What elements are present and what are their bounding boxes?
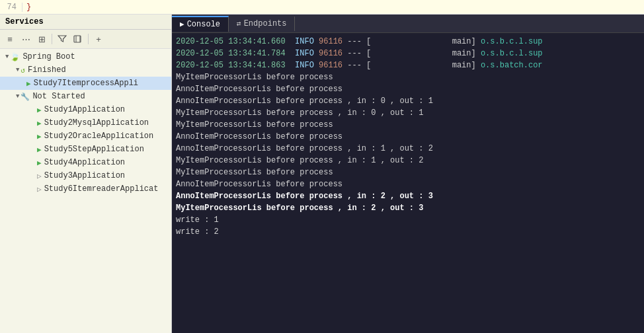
app-icon-study4: ▶ [37,159,42,167]
log-line-12: MyItemProcessorLis before process [176,166,640,178]
app-icon-study3: ▷ [37,172,42,180]
group-button[interactable]: ⋯ [19,32,33,46]
not-started-label: Not Started [32,92,85,101]
run-target-button[interactable] [71,32,85,46]
main-area: Services ≡ ⋯ ⊞ + ▼ [0,15,644,333]
add-button[interactable]: + [91,32,106,46]
code-content: } [26,3,31,12]
layout-button[interactable]: ⊞ [34,32,49,46]
tab-console[interactable]: ▶ Console [172,16,229,32]
tab-console-label: Console [187,20,220,29]
app-icon-study2oracle: ▶ [37,132,42,141]
log-line-2: 2020-12-05 13:34:41.784 INFO 96116 --- [… [176,48,640,59]
sidebar-item-study2mysql[interactable]: ▶ Study2MysqlApplication [0,116,171,130]
app-label-study5step: Study5StepApplication [44,145,144,154]
log-line-13: AnnoItemProcessorLis before process [176,178,640,190]
sidebar-item-study3[interactable]: ▷ Study3Application [0,169,171,182]
tab-bar: ▶ Console ⇄ Endpoints [172,15,644,33]
sidebar-item-study5step[interactable]: ▶ Study5StepApplication [0,143,171,156]
endpoints-icon: ⇄ [237,19,241,28]
sidebar-item-study6[interactable]: ▷ Study6ItemreaderApplicat [0,182,171,196]
app-icon-study7: ▶ [26,79,31,88]
line-number: 74 [3,3,22,12]
app-icon-study2mysql: ▶ [37,119,42,128]
console-icon: ▶ [180,20,184,28]
log-line-6: AnnoItemProcessorLis before process , in… [176,95,640,107]
sidebar-item-study7[interactable]: ▶ Study7ItemprocessAppli [0,77,171,90]
log-line-10: AnnoItemProcessorLis before process , in… [176,143,640,155]
spring-boot-label: Spring Boot [22,52,75,61]
spring-boot-icon: 🍃 [10,52,20,62]
sidebar-item-finished[interactable]: ▼ ↺ Finished [0,63,171,77]
app-label-study6: Study6ItemreaderApplicat [44,184,159,194]
console-output: 2020-12-05 13:34:41.660 INFO 96116 --- [… [172,33,644,333]
app-label-study4: Study4Application [44,158,125,167]
app-label-study3: Study3Application [44,171,125,180]
toolbar-separator [52,34,52,44]
log-line-5: AnnoItemProcessorLis before process [176,83,640,95]
tab-endpoints[interactable]: ⇄ Endpoints [229,17,295,31]
code-top-bar: 74 } [0,0,644,15]
log-line-14: AnnoItemProcessorLis before process , in… [176,190,640,202]
sidebar-title: Services [0,15,171,30]
app-label-study1: Study1Application [44,105,125,114]
app-icon-study5step: ▶ [37,145,42,154]
chevron-down-icon-finished: ▼ [16,67,19,73]
right-panel: ▶ Console ⇄ Endpoints 2020-12-05 13:34:4… [172,15,644,333]
collapse-all-button[interactable]: ≡ [3,32,17,46]
log-line-8: MyItemProcessorLis before process [176,119,640,131]
sidebar: Services ≡ ⋯ ⊞ + ▼ [0,15,172,333]
chevron-down-icon: ▼ [5,54,9,60]
log-line-17: write : 2 [176,226,640,238]
log-line-15: MyItemProcessorLis before process , in :… [176,202,640,214]
sidebar-item-not-started[interactable]: ▼ 🔧 Not Started [0,90,171,103]
not-started-icon: 🔧 [20,92,30,101]
sidebar-toolbar: ≡ ⋯ ⊞ + [0,30,171,49]
log-line-3: 2020-12-05 13:34:41.863 INFO 96116 --- [… [176,59,640,71]
tab-endpoints-label: Endpoints [244,19,287,28]
toolbar-separator-2 [88,34,89,44]
app-icon-study6: ▷ [37,185,42,194]
sidebar-item-study2oracle[interactable]: ▶ Study2OracleApplication [0,130,171,143]
filter-button[interactable] [55,32,69,46]
app-label-study2mysql: Study2MysqlApplication [44,118,149,128]
app-label-study2oracle: Study2OracleApplication [44,131,154,141]
log-line-9: AnnoItemProcessorLis before process [176,131,640,143]
sidebar-item-study1[interactable]: ▶ Study1Application [0,103,171,116]
log-line-7: MyItemProcessorLis before process , in :… [176,107,640,119]
sidebar-item-spring-boot[interactable]: ▼ 🍃 Spring Boot [0,50,171,63]
sidebar-tree: ▼ 🍃 Spring Boot ▼ ↺ Finished ▶ Study7Ite… [0,49,171,333]
log-line-4: MyItemProcessorLis before process [176,71,640,83]
sidebar-item-study4[interactable]: ▶ Study4Application [0,156,171,169]
selected-app-label: Study7ItemprocessAppli [34,79,138,88]
finished-label: Finished [28,65,66,75]
app-icon-study1: ▶ [37,106,42,114]
log-line-1: 2020-12-05 13:34:41.660 INFO 96116 --- [… [176,36,640,48]
chevron-down-icon-not-started: ▼ [16,93,19,100]
finished-icon: ↺ [20,66,25,75]
log-line-11: MyItemProcessorLis before process , in :… [176,155,640,166]
log-line-16: write : 1 [176,214,640,226]
